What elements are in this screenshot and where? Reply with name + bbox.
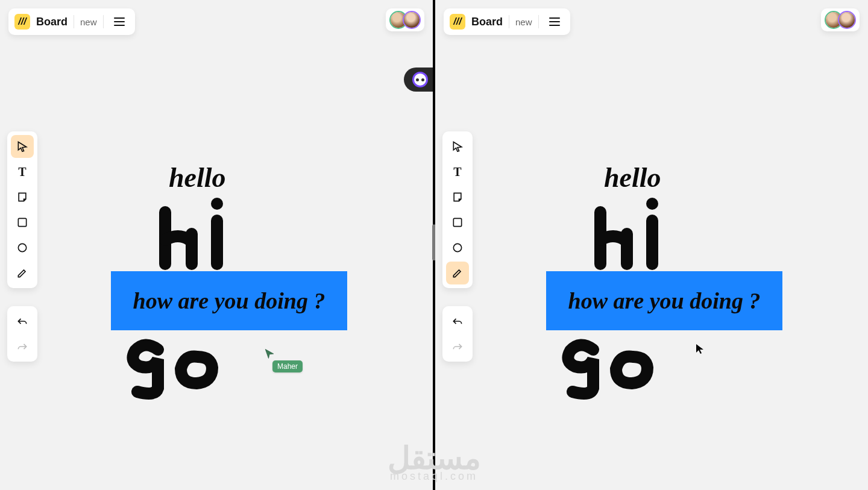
canvas-text-box-content: how are you doing ?	[568, 287, 761, 314]
canvas[interactable]: hello how are you doing ?	[0, 0, 433, 490]
canvas-drawing-go[interactable]	[121, 330, 241, 403]
left-pane: /// Board new T	[0, 0, 433, 490]
canvas-text-hello[interactable]: hello	[604, 162, 661, 193]
canvas-text-box-content: how are you doing ?	[133, 287, 326, 314]
canvas-drawing-hi[interactable]	[590, 195, 674, 274]
canvas-drawing-hi[interactable]	[154, 195, 239, 274]
svg-point-2	[211, 198, 223, 210]
local-cursor-icon	[696, 344, 704, 357]
canvas[interactable]: hello how are you doing ?	[435, 0, 868, 490]
canvas-text-box[interactable]: how are you doing ?	[546, 271, 782, 330]
remote-cursor-label: Maher	[272, 360, 303, 372]
remote-cursor-icon	[264, 348, 275, 359]
right-pane: /// Board new T	[435, 0, 868, 490]
canvas-drawing-go[interactable]	[556, 330, 676, 403]
svg-point-5	[646, 198, 658, 210]
canvas-text-hello[interactable]: hello	[169, 162, 226, 193]
canvas-text-box[interactable]: how are you doing ?	[111, 271, 347, 330]
remote-cursor: Maher	[264, 348, 303, 372]
